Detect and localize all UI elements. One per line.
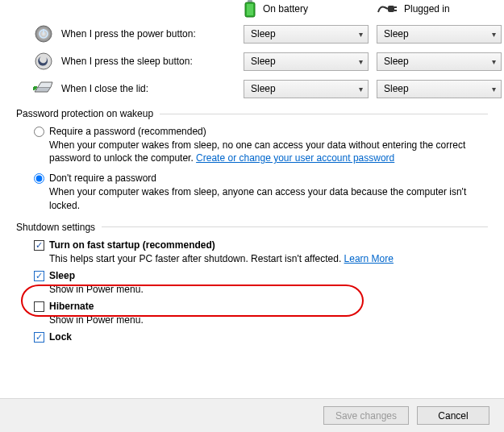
require-password-desc: When your computer wakes from sleep, no …: [16, 139, 476, 164]
svg-rect-4: [394, 6, 397, 8]
plug-icon: [377, 2, 398, 15]
battery-icon: [244, 0, 256, 18]
sleep-button-icon: [32, 52, 55, 71]
section-shutdown-settings: Shutdown settings: [16, 222, 488, 233]
lid-plugged-select[interactable]: Sleep ▾: [377, 80, 502, 98]
col-header-plugged-label: Plugged in: [404, 3, 450, 15]
svg-rect-3: [388, 6, 394, 12]
checkbox-icon-checked: ✓: [34, 240, 44, 251]
checkbox-sleep-label: Sleep: [49, 270, 75, 281]
sleep-desc: Show in Power menu.: [16, 283, 476, 296]
radio-require-password-label: Require a password (recommended): [49, 126, 206, 137]
dont-require-password-desc: When your computer wakes from sleep, any…: [16, 185, 476, 211]
footer-bar: Save changes Cancel: [0, 398, 504, 432]
chevron-down-icon: ▾: [492, 57, 496, 66]
lid-battery-select[interactable]: Sleep ▾: [244, 80, 369, 98]
save-changes-button[interactable]: Save changes: [323, 406, 409, 425]
checkbox-hibernate-label: Hibernate: [49, 301, 94, 312]
fast-startup-desc: This helps start your PC faster after sh…: [16, 252, 476, 265]
sleep-button-label: When I press the sleep button:: [61, 56, 244, 67]
power-battery-value: Sleep: [251, 28, 276, 39]
chevron-down-icon: ▾: [359, 57, 363, 66]
checkbox-icon-unchecked: [34, 301, 44, 312]
checkbox-icon-checked: ✓: [34, 271, 44, 281]
chevron-down-icon: ▾: [492, 30, 496, 39]
col-header-battery: On battery: [244, 0, 369, 18]
hibernate-desc: Show in Power menu.: [16, 314, 476, 326]
sleep-battery-value: Sleep: [251, 56, 276, 67]
radio-dont-require-password-label: Don't require a password: [49, 172, 156, 184]
link-learn-more[interactable]: Learn More: [344, 253, 394, 264]
power-battery-select[interactable]: Sleep ▾: [244, 25, 369, 44]
chevron-down-icon: ▾: [359, 30, 363, 39]
radio-require-password[interactable]: Require a password (recommended): [34, 126, 488, 137]
power-button-label: When I press the power button:: [61, 28, 244, 39]
sleep-plugged-select[interactable]: Sleep ▾: [377, 52, 502, 71]
power-plugged-select[interactable]: Sleep ▾: [377, 25, 502, 44]
power-button-icon: [32, 24, 55, 44]
lid-icon: [32, 79, 55, 98]
checkbox-fast-startup[interactable]: ✓ Turn on fast startup (recommended): [34, 239, 488, 251]
sleep-plugged-value: Sleep: [384, 56, 409, 67]
chevron-down-icon: ▾: [492, 85, 496, 93]
svg-point-9: [35, 53, 52, 69]
chevron-down-icon: ▾: [359, 85, 363, 93]
sleep-battery-select[interactable]: Sleep ▾: [244, 52, 369, 71]
lid-plugged-value: Sleep: [384, 83, 409, 94]
checkbox-hibernate[interactable]: Hibernate: [34, 301, 488, 312]
power-plugged-value: Sleep: [384, 28, 409, 39]
svg-rect-2: [247, 4, 253, 15]
section-password-protection: Password protection on wakeup: [16, 108, 488, 119]
cancel-button[interactable]: Cancel: [417, 406, 489, 425]
checkbox-sleep[interactable]: ✓ Sleep: [34, 270, 488, 281]
radio-dont-require-password[interactable]: Don't require a password: [34, 172, 488, 184]
lid-label: When I close the lid:: [61, 83, 244, 94]
col-header-battery-label: On battery: [263, 3, 308, 15]
checkbox-lock-label: Lock: [49, 331, 72, 343]
checkbox-fast-startup-label: Turn on fast startup (recommended): [49, 239, 215, 251]
checkbox-icon-checked: ✓: [34, 332, 44, 343]
col-header-plugged: Plugged in: [377, 2, 502, 15]
link-create-password[interactable]: Create or change your user account passw…: [196, 152, 394, 164]
checkbox-lock[interactable]: ✓ Lock: [34, 331, 488, 343]
radio-require-password-input[interactable]: [34, 127, 44, 137]
radio-dont-require-password-input[interactable]: [34, 173, 44, 184]
lid-battery-value: Sleep: [251, 83, 276, 94]
svg-rect-5: [394, 10, 397, 11]
